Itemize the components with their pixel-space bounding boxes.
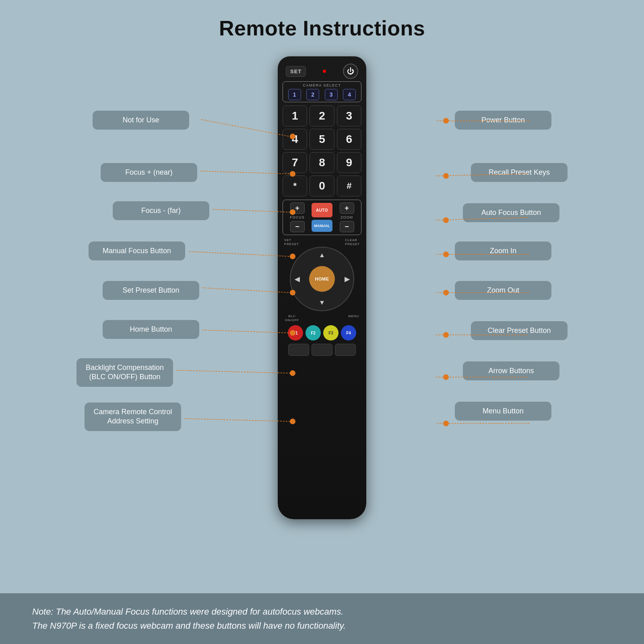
label-home: Home Button xyxy=(103,320,199,339)
note-text: Note: The Auto/Manual Focus functions we… xyxy=(32,605,612,633)
dot-arrow-buttons xyxy=(443,374,449,380)
num-btn-6[interactable]: 6 xyxy=(337,129,361,150)
zoom-plus-button[interactable]: + xyxy=(340,202,354,214)
num-btn-1[interactable]: 1 xyxy=(283,105,307,126)
label-focus-far: Focus - (far) xyxy=(113,201,209,220)
num-btn-0[interactable]: 0 xyxy=(310,175,334,196)
num-btn-4[interactable]: 4 xyxy=(283,129,307,150)
num-btn-hash[interactable]: # xyxy=(337,175,361,196)
zoom-minus-button[interactable]: − xyxy=(340,221,354,232)
dot-zoom-in xyxy=(443,252,449,257)
power-button[interactable]: ⏻ xyxy=(343,64,358,79)
arrow-pad: ▲ ▼ ◀ ▶ HOME xyxy=(290,247,354,311)
label-set-preset: Set Preset Button xyxy=(103,281,199,300)
label-menu: Menu Button xyxy=(455,402,551,421)
ir-dot xyxy=(323,70,326,73)
addr-btn-2[interactable] xyxy=(312,344,332,356)
cam-btn-1[interactable]: 1 xyxy=(288,89,301,100)
dot-auto-focus xyxy=(443,217,449,223)
svg-line-3 xyxy=(189,252,290,256)
dot-focus-near xyxy=(290,171,295,177)
set-preset-label: SETPRESET xyxy=(284,238,299,246)
svg-line-5 xyxy=(202,330,290,333)
home-button[interactable]: HOME xyxy=(309,266,335,292)
f4-button[interactable]: F4 xyxy=(341,325,356,341)
auto-focus-button[interactable]: AUTO xyxy=(312,203,332,217)
svg-line-1 xyxy=(200,171,290,174)
clear-preset-label: CLEARPRESET xyxy=(345,238,360,246)
cam-btn-2[interactable]: 2 xyxy=(306,89,319,100)
label-focus-near: Focus + (near) xyxy=(101,163,197,182)
f2-button[interactable]: F2 xyxy=(305,325,321,341)
menu-label: MENU xyxy=(348,314,359,322)
num-btn-9[interactable]: 9 xyxy=(337,152,361,173)
dot-camera-address xyxy=(290,419,295,424)
arrow-up-button[interactable]: ▲ xyxy=(319,252,325,259)
arrow-right-button[interactable]: ▶ xyxy=(345,275,349,283)
num-btn-7[interactable]: 7 xyxy=(283,152,307,173)
manual-focus-button[interactable]: MANUAL xyxy=(312,220,332,232)
note-footer: Note: The Auto/Manual Focus functions we… xyxy=(0,593,644,644)
page-title: Remote Instructions xyxy=(219,16,425,40)
camera-select-buttons: 1 2 3 4 xyxy=(285,89,359,100)
label-arrow-buttons: Arrow Buttons xyxy=(463,361,559,380)
label-auto-focus: Auto Focus Button xyxy=(463,203,559,222)
focus-zoom-section: + FOCUS − AUTO MANUAL + ZOOM − xyxy=(283,200,361,235)
num-btn-8[interactable]: 8 xyxy=(310,152,334,173)
f-buttons-row: F1 F2 F3 F4 xyxy=(288,325,356,341)
dot-home xyxy=(290,330,295,336)
set-button[interactable]: SET xyxy=(286,66,306,77)
cam-btn-3[interactable]: 3 xyxy=(325,89,338,100)
label-power: Power Button xyxy=(455,111,551,130)
svg-line-0 xyxy=(201,120,290,136)
arrow-outer-ring: ▲ ▼ ◀ ▶ HOME xyxy=(290,247,354,311)
arrow-down-button[interactable]: ▼ xyxy=(319,299,325,306)
remote-top-section: SET ⏻ xyxy=(283,64,361,79)
svg-line-7 xyxy=(184,419,290,421)
dot-clear-preset xyxy=(443,332,449,338)
blc-menu-row: BLCON/OFF MENU xyxy=(283,314,361,322)
camera-select-section: CAMERA SELECT 1 2 3 4 xyxy=(283,81,361,102)
preset-labels-row: SETPRESET CLEARPRESET xyxy=(283,238,361,246)
addr-btn-1[interactable] xyxy=(288,344,309,356)
focus-label: FOCUS xyxy=(290,215,305,219)
num-btn-3[interactable]: 3 xyxy=(337,105,361,126)
zoom-column: + ZOOM − xyxy=(335,202,359,232)
arrow-section: SETPRESET CLEARPRESET ▲ ▼ ◀ ▶ HOME xyxy=(283,238,361,311)
dot-menu xyxy=(443,421,449,426)
dot-blc xyxy=(290,370,295,376)
addr-btn-3[interactable] xyxy=(335,344,356,356)
svg-line-4 xyxy=(202,288,290,293)
label-camera-address: Camera Remote ControlAddress Setting xyxy=(85,402,181,431)
focus-minus-button[interactable]: − xyxy=(290,221,305,232)
label-clear-preset: Clear Preset Button xyxy=(471,321,568,340)
remote-control: SET ⏻ CAMERA SELECT 1 2 3 4 1 2 3 4 xyxy=(278,56,366,519)
diagram-area: SET ⏻ CAMERA SELECT 1 2 3 4 1 2 3 4 xyxy=(40,48,604,572)
num-btn-star[interactable]: * xyxy=(283,175,307,196)
numpad: 1 2 3 4 5 6 7 8 9 * 0 # xyxy=(283,105,361,196)
label-zoom-out: Zoom Out xyxy=(455,281,551,300)
blc-label: BLCON/OFF xyxy=(285,314,299,322)
zoom-label: ZOOM xyxy=(341,215,353,219)
dot-manual-focus xyxy=(290,254,295,259)
num-btn-5[interactable]: 5 xyxy=(310,129,334,150)
arrow-left-button[interactable]: ◀ xyxy=(295,275,299,283)
camera-select-label: CAMERA SELECT xyxy=(285,83,359,87)
focus-column: + FOCUS − xyxy=(285,202,309,232)
dot-power xyxy=(443,118,449,124)
label-recall-preset: Recall Preset Keys xyxy=(471,163,568,182)
label-zoom-in: Zoom In xyxy=(455,242,551,260)
label-manual-focus: Manual Focus Button xyxy=(89,242,185,260)
dot-zoom-out xyxy=(443,290,449,295)
dot-recall-preset xyxy=(443,173,449,179)
main-container: Remote Instructions SET ⏻ CAMERA SELECT … xyxy=(0,0,644,644)
address-buttons-row xyxy=(288,344,356,356)
cam-btn-4[interactable]: 4 xyxy=(343,89,356,100)
num-btn-2[interactable]: 2 xyxy=(310,105,334,126)
dot-set-preset xyxy=(290,290,295,295)
f3-button[interactable]: F3 xyxy=(323,325,339,341)
label-not-for-use: Not for Use xyxy=(93,111,189,130)
svg-line-6 xyxy=(176,370,290,373)
dot-not-for-use xyxy=(290,134,295,139)
dot-focus-far xyxy=(290,209,295,215)
